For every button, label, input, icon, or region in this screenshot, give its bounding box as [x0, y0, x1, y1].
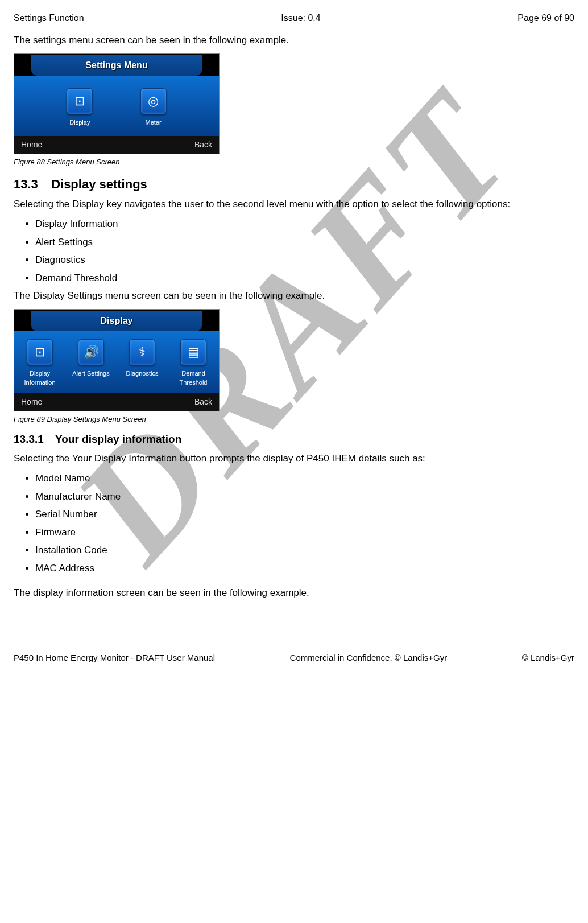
footer-right: © Landis+Gyr [522, 652, 574, 665]
section-number: 13.3.1 [14, 431, 52, 448]
device-title: Display [31, 311, 202, 331]
figure-89-device: Display ⊡ Display Information 🔊 Alert Se… [14, 309, 220, 411]
display-info-icon: ⊡ [27, 339, 53, 365]
display-icon: ⊡ [67, 88, 93, 114]
page-footer: P450 In Home Energy Monitor - DRAFT User… [14, 652, 574, 665]
section-13-3-1-heading: 13.3.1 Your display information [14, 431, 574, 448]
display-info-button[interactable]: ⊡ Display Information [17, 339, 62, 388]
footer-center: Commercial in Confidence. © Landis+Gyr [290, 652, 448, 665]
icon-label: Diagnostics [119, 369, 164, 378]
page-header: Settings Function Issue: 0.4 Page 69 of … [14, 11, 574, 25]
header-left: Settings Function [14, 11, 84, 25]
home-button[interactable]: Home [21, 139, 42, 151]
back-button[interactable]: Back [194, 396, 212, 408]
section-number: 13.3 [14, 175, 48, 193]
settings-icon-display[interactable]: ⊡ Display [57, 88, 102, 127]
section-13-3-list: Display Information Alert Settings Diagn… [24, 217, 574, 285]
alert-icon: 🔊 [78, 339, 104, 365]
icon-label: Display Information [17, 369, 62, 388]
back-button[interactable]: Back [194, 139, 212, 151]
figure-89-caption: Figure 89 Display Settings Menu Screen [14, 414, 574, 425]
list-item: Firmware [35, 525, 574, 540]
icon-label: Meter [131, 118, 176, 127]
device-title: Settings Menu [31, 55, 202, 76]
header-right: Page 69 of 90 [517, 11, 574, 25]
list-item: Installation Code [35, 543, 574, 558]
icon-label: Alert Settings [68, 369, 113, 378]
home-button[interactable]: Home [21, 396, 42, 408]
section-13-3-tail: The Display Settings menu screen can be … [14, 289, 574, 303]
section-13-3-1-lead: Selecting the Your Display Information b… [14, 451, 574, 466]
list-item: Demand Threshold [35, 271, 574, 286]
section-title: Display settings [51, 177, 147, 191]
section-13-3-heading: 13.3 Display settings [14, 175, 574, 193]
list-item: Diagnostics [35, 253, 574, 267]
section-13-3-1-list: Model Name Manufacturer Name Serial Numb… [24, 471, 574, 575]
icon-label: Demand Threshold [171, 369, 216, 388]
list-item: MAC Address [35, 561, 574, 576]
figure-88-device: Settings Menu ⊡ Display ◎ Meter Home Bac… [14, 53, 220, 155]
section-title: Your display information [55, 433, 181, 445]
list-item: Serial Number [35, 507, 574, 522]
icon-label: Display [57, 118, 102, 127]
diagnostics-button[interactable]: ⚕ Diagnostics [119, 339, 164, 388]
section-13-3-1-tail: The display information screen can be se… [14, 586, 574, 600]
meter-icon: ◎ [140, 88, 167, 114]
demand-threshold-button[interactable]: ▤ Demand Threshold [171, 339, 216, 388]
list-item: Model Name [35, 471, 574, 486]
diagnostics-icon: ⚕ [129, 339, 155, 365]
list-item: Manufacturer Name [35, 489, 574, 504]
header-center: Issue: 0.4 [281, 11, 320, 25]
footer-left: P450 In Home Energy Monitor - DRAFT User… [14, 652, 215, 665]
settings-icon-meter[interactable]: ◎ Meter [131, 88, 176, 127]
intro-text: The settings menu screen can be seen in … [14, 33, 574, 48]
list-item: Display Information [35, 217, 574, 232]
figure-88-caption: Figure 88 Settings Menu Screen [14, 156, 574, 168]
alert-settings-button[interactable]: 🔊 Alert Settings [68, 339, 113, 388]
list-item: Alert Settings [35, 235, 574, 250]
section-13-3-lead: Selecting the Display key navigates the … [14, 197, 574, 212]
demand-icon: ▤ [180, 339, 206, 365]
